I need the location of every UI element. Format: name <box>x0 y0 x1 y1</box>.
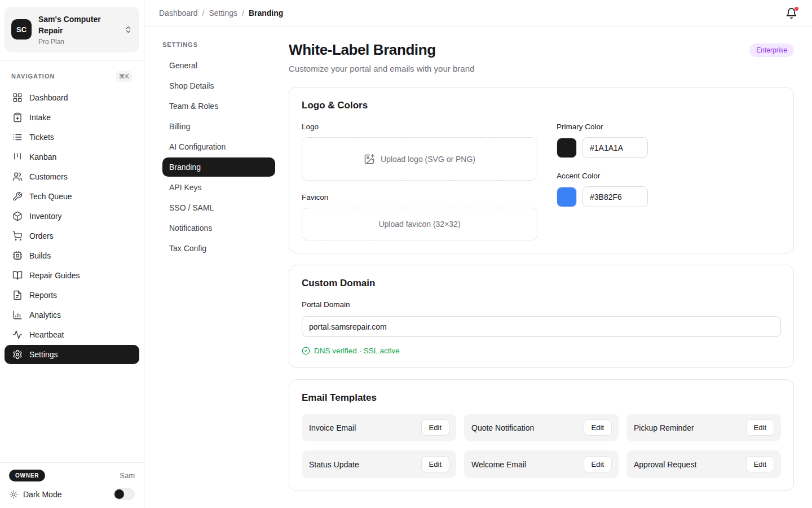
sidebar-header: SC Sam's Computer Repair Pro Plan <box>0 0 144 61</box>
org-avatar: SC <box>11 19 32 40</box>
sidebar-item-builds[interactable]: Builds <box>5 246 139 265</box>
settings-tab-branding[interactable]: Branding <box>162 157 275 177</box>
sidebar-item-heartbeat[interactable]: Heartbeat <box>5 325 139 344</box>
settings-tab-notifications[interactable]: Notifications <box>162 218 275 238</box>
template-tile-quote-notification: Quote Notification Edit <box>464 414 619 441</box>
accent-color-label: Accent Color <box>557 172 781 180</box>
sidebar-item-inventory[interactable]: Inventory <box>5 207 139 226</box>
settings-tab-billing[interactable]: Billing <box>162 117 275 136</box>
breadcrumb-settings[interactable]: Settings <box>209 8 237 17</box>
book-open-icon <box>12 270 23 281</box>
sidebar-item-tech-queue[interactable]: Tech Queue <box>5 187 139 206</box>
notification-dot <box>795 7 798 11</box>
edit-button[interactable]: Edit <box>584 419 612 436</box>
edit-button[interactable]: Edit <box>421 419 449 436</box>
sidebar-item-orders[interactable]: Orders <box>5 226 139 246</box>
template-tile-invoice-email: Invoice Email Edit <box>302 414 456 441</box>
wrench-icon <box>12 191 23 202</box>
sidebar-item-tickets[interactable]: Tickets <box>5 128 139 147</box>
sidebar-item-label: Intake <box>29 113 51 122</box>
user-name: Sam <box>120 471 135 480</box>
clipboard-plus-icon <box>12 112 23 122</box>
edit-button[interactable]: Edit <box>584 456 612 472</box>
dark-mode-toggle[interactable] <box>113 488 135 500</box>
template-name: Pickup Reminder <box>634 423 694 432</box>
activity-icon <box>12 330 23 340</box>
portal-domain-input[interactable] <box>302 316 781 337</box>
favicon-upload-dropzone[interactable]: Upload favicon (32×32) <box>302 208 537 240</box>
primary-color-label: Primary Color <box>557 122 781 131</box>
page-subtitle: Customize your portal and emails with yo… <box>289 64 474 73</box>
breadcrumb: Dashboard / Settings / Branding <box>159 8 283 17</box>
sidebar: SC Sam's Computer Repair Pro Plan NAVIGA… <box>0 0 144 508</box>
sidebar-item-label: Builds <box>29 251 51 260</box>
users-icon <box>12 172 23 182</box>
accent-color-swatch[interactable] <box>557 187 577 207</box>
page-title: White-Label Branding <box>289 41 474 59</box>
sidebar-item-repair-guides[interactable]: Repair Guides <box>5 266 139 285</box>
cpu-icon <box>12 251 23 261</box>
sidebar-item-settings[interactable]: Settings <box>5 345 139 364</box>
org-name: Sam's Computer Repair <box>38 14 117 37</box>
sidebar-item-label: Analytics <box>29 310 61 319</box>
settings-tab-sso-saml[interactable]: SSO / SAML <box>162 198 275 217</box>
sidebar-item-label: Inventory <box>29 212 62 221</box>
template-name: Approval Request <box>634 460 696 469</box>
sidebar-item-label: Dashboard <box>29 93 68 102</box>
command-k-shortcut[interactable]: ⌘K <box>116 71 133 82</box>
sidebar-item-label: Tickets <box>29 133 54 142</box>
branding-page: White-Label Branding Customize your port… <box>289 27 812 508</box>
sidebar-item-kanban[interactable]: Kanban <box>5 147 139 167</box>
layout-grid-icon <box>12 93 23 103</box>
sidebar-item-label: Tech Queue <box>29 192 72 201</box>
sidebar-item-analytics[interactable]: Analytics <box>5 305 139 325</box>
org-meta: Sam's Computer Repair Pro Plan <box>38 14 117 46</box>
settings-tab-shop-details[interactable]: Shop Details <box>162 76 275 95</box>
enterprise-badge: Enterprise <box>749 43 794 57</box>
image-plus-icon <box>364 154 375 165</box>
sidebar-item-label: Heartbeat <box>29 330 64 339</box>
check-circle-icon <box>302 347 310 355</box>
breadcrumb-dashboard[interactable]: Dashboard <box>159 8 198 17</box>
settings-tab-api-keys[interactable]: API Keys <box>162 178 275 197</box>
settings-tab-ai-configuration[interactable]: AI Configuration <box>162 137 275 156</box>
accent-color-input[interactable] <box>582 186 648 207</box>
sidebar-item-label: Settings <box>29 350 58 359</box>
edit-button[interactable]: Edit <box>746 419 774 436</box>
sidebar-item-reports[interactable]: Reports <box>5 286 139 305</box>
settings-tab-general[interactable]: General <box>162 56 275 75</box>
logo-colors-card: Logo & Colors Logo Upload logo (SVG or P… <box>289 87 794 253</box>
favicon-label: Favicon <box>302 193 537 202</box>
sidebar-footer: OWNER Sam Dark Mode <box>0 462 144 508</box>
domain-status-text: DNS verified · SSL active <box>314 347 400 355</box>
primary-color-swatch[interactable] <box>557 138 577 158</box>
sidebar-item-customers[interactable]: Customers <box>5 167 139 186</box>
logo-upload-dropzone[interactable]: Upload logo (SVG or PNG) <box>302 137 537 181</box>
kanban-icon <box>12 152 23 162</box>
notifications-button[interactable] <box>785 7 797 19</box>
sidebar-item-label: Reports <box>29 291 57 300</box>
nav-section-label: NAVIGATION <box>11 73 55 80</box>
bar-chart-icon <box>12 310 23 320</box>
settings-tab-tax-config[interactable]: Tax Config <box>162 239 275 258</box>
settings-tab-team-roles[interactable]: Team & Roles <box>162 97 275 116</box>
main-column: Dashboard / Settings / Branding SETTINGS… <box>144 0 812 508</box>
domain-status: DNS verified · SSL active <box>302 347 781 355</box>
sidebar-item-dashboard[interactable]: Dashboard <box>5 88 139 107</box>
template-tile-status-update: Status Update Edit <box>302 450 456 478</box>
shopping-cart-icon <box>12 231 23 241</box>
primary-color-input[interactable] <box>582 137 648 158</box>
edit-button[interactable]: Edit <box>746 456 774 472</box>
package-icon <box>12 211 23 221</box>
sidebar-item-intake[interactable]: Intake <box>5 108 139 127</box>
edit-button[interactable]: Edit <box>421 456 449 472</box>
dark-mode-label: Dark Mode <box>23 490 61 499</box>
org-switcher[interactable]: SC Sam's Computer Repair Pro Plan <box>5 7 139 52</box>
chevrons-up-down-icon <box>124 25 133 34</box>
settings-subnav: SETTINGS General Shop Details Team & Rol… <box>144 27 289 508</box>
sidebar-item-label: Orders <box>29 231 54 240</box>
email-templates-card: Email Templates Invoice Email Edit Quote… <box>289 379 794 491</box>
gear-icon <box>12 349 23 360</box>
sidebar-item-label: Kanban <box>29 152 56 161</box>
role-badge: OWNER <box>9 470 45 481</box>
